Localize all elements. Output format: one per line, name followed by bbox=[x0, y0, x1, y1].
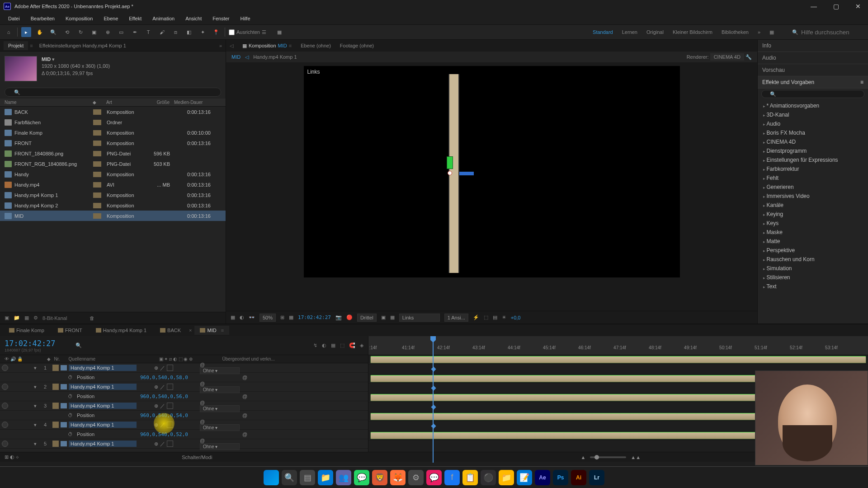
col-header-duration[interactable]: Medien-Dauer bbox=[174, 100, 210, 105]
pen-tool-icon[interactable]: ✒ bbox=[130, 27, 140, 37]
switch-modes-toggle[interactable]: Schalter/Modi bbox=[182, 455, 212, 460]
parent-pickwhip-icon[interactable]: @ Ohne ▾ bbox=[200, 400, 245, 412]
col-header-type[interactable]: Art bbox=[106, 100, 147, 105]
views-dropdown[interactable]: 1 Ansi... bbox=[444, 314, 468, 322]
layer-color-tag[interactable] bbox=[52, 422, 59, 428]
menu-view[interactable]: Ansicht bbox=[181, 14, 206, 23]
shape-tool-icon[interactable]: ▭ bbox=[116, 27, 126, 37]
interpret-footage-icon[interactable]: ▣ bbox=[5, 315, 9, 321]
zoom-tool-icon[interactable]: 🔍 bbox=[48, 27, 58, 37]
mask-icon[interactable]: 👓 bbox=[249, 314, 255, 320]
menu-window[interactable]: Fenster bbox=[208, 14, 234, 23]
color-tag[interactable] bbox=[93, 109, 101, 115]
workspace-original[interactable]: Original bbox=[646, 29, 664, 35]
parent-pickwhip-icon[interactable]: @ Ohne ▾ bbox=[200, 381, 245, 393]
layer-switches[interactable]: ⊕ ／ bbox=[137, 441, 191, 447]
teams-icon[interactable]: 👥 bbox=[336, 470, 351, 485]
keyframe-icon[interactable] bbox=[431, 404, 436, 409]
cti-line[interactable] bbox=[433, 355, 434, 452]
layer-row[interactable]: ▾ 5 Handy.mp4 Komp 1 ⊕ ／ @ Ohne ▾ bbox=[0, 439, 368, 449]
comp-dropdown-icon[interactable]: ▾ bbox=[52, 56, 55, 62]
project-item[interactable]: BACK Komposition 0:00:13:16 bbox=[0, 107, 226, 117]
3d-switch[interactable] bbox=[167, 403, 173, 409]
stopwatch-icon[interactable]: ⏱ bbox=[68, 394, 74, 399]
layer-switches[interactable]: ⊕ ／ bbox=[137, 365, 191, 371]
tl-tab-mid[interactable]: MID≡ bbox=[194, 326, 229, 335]
tab-composition[interactable]: ▦ Komposition MID ≡ bbox=[242, 43, 292, 49]
adjustment-icon[interactable]: ⚙ bbox=[33, 315, 38, 321]
property-row[interactable]: ⏱ Position 960,0,540,0,52,0 @ bbox=[0, 430, 368, 439]
renderer-value[interactable]: CINEMA 4D bbox=[710, 53, 744, 61]
preset-category[interactable]: Generieren bbox=[758, 183, 868, 192]
menu-composition[interactable]: Komposition bbox=[61, 14, 98, 23]
preset-category[interactable]: 3D-Kanal bbox=[758, 110, 868, 119]
new-folder-icon[interactable]: 📁 bbox=[14, 315, 20, 321]
color-tag[interactable] bbox=[93, 130, 101, 136]
help-search-input[interactable] bbox=[801, 29, 864, 36]
layer-color-tag[interactable] bbox=[52, 365, 59, 371]
tl-tab-finale[interactable]: Finale Komp bbox=[4, 326, 50, 335]
workspace-small[interactable]: Kleiner Bildschirm bbox=[673, 29, 712, 35]
project-item[interactable]: Finale Komp Komposition 0:00:10:00 bbox=[0, 127, 226, 138]
menu-effect[interactable]: Effekt bbox=[124, 14, 146, 23]
twirl-icon[interactable]: ▾ bbox=[31, 441, 40, 447]
layer-name[interactable]: Handy.mp4 Komp 1 bbox=[69, 403, 137, 409]
stopwatch-icon[interactable]: ⏱ bbox=[68, 432, 74, 437]
photoshop-icon[interactable]: Ps bbox=[553, 470, 568, 485]
maximize-button[interactable]: ▢ bbox=[830, 2, 843, 11]
explorer-icon[interactable]: 📁 bbox=[318, 470, 333, 485]
zoom-in-icon[interactable]: ▲▲ bbox=[631, 455, 641, 460]
viewer-canvas[interactable]: Links bbox=[226, 62, 757, 311]
panel-info[interactable]: Info bbox=[758, 40, 868, 52]
color-tag[interactable] bbox=[93, 213, 101, 219]
preset-category[interactable]: Rauschen und Korn bbox=[758, 255, 868, 264]
start-button[interactable] bbox=[264, 470, 279, 485]
zoom-dropdown[interactable]: 50% bbox=[259, 314, 276, 322]
col-parent[interactable]: Übergeordnet und verkn... bbox=[222, 357, 275, 361]
puppet-tool-icon[interactable]: 📍 bbox=[211, 27, 221, 37]
color-tag[interactable] bbox=[93, 182, 101, 188]
twirl-icon[interactable]: ▾ bbox=[31, 422, 40, 428]
snapshot-icon[interactable]: 📷 bbox=[335, 314, 342, 320]
workspace-overflow-icon[interactable]: » bbox=[758, 29, 760, 35]
track-row[interactable] bbox=[368, 355, 868, 365]
facebook-icon[interactable]: f bbox=[444, 470, 460, 485]
menu-edit[interactable]: Bearbeiten bbox=[26, 14, 59, 23]
snap-checkbox[interactable] bbox=[229, 29, 235, 35]
renderer-settings-icon[interactable]: 🔧 bbox=[745, 54, 752, 60]
anchor-tool-icon[interactable]: ⊕ bbox=[103, 27, 113, 37]
color-tag[interactable] bbox=[93, 203, 101, 208]
layer-color-tag[interactable] bbox=[52, 384, 59, 390]
app-icon-1[interactable]: ⚙ bbox=[408, 470, 424, 485]
viewer-toggle-icon[interactable]: ◁ bbox=[230, 43, 233, 49]
preset-category[interactable]: Maske bbox=[758, 228, 868, 237]
3d-icon[interactable]: ⬚ bbox=[484, 314, 488, 320]
layer-row[interactable]: ▾ 4 Handy.mp4 Komp 1 ⊕ ／ @ Ohne ▾ bbox=[0, 420, 368, 430]
parent-dropdown[interactable]: Ohne ▾ bbox=[200, 367, 240, 374]
snap-options-icon[interactable]: ☰ bbox=[262, 29, 266, 35]
grid-icon[interactable]: ▦ bbox=[289, 314, 293, 320]
file-explorer-icon[interactable]: 📁 bbox=[499, 470, 514, 485]
app-icon-2[interactable]: 📋 bbox=[462, 470, 478, 485]
tl-graph-icon[interactable]: ▦ bbox=[331, 343, 335, 348]
resolution-dropdown[interactable]: Drittel bbox=[357, 314, 377, 322]
property-value[interactable]: 960,0,540,0,58,0 bbox=[140, 375, 188, 380]
parent-pickwhip-icon[interactable]: @ Ohne ▾ bbox=[200, 419, 245, 431]
mask-mode-icon[interactable]: ▦ bbox=[274, 27, 284, 37]
preset-category[interactable]: Einstellungen für Expressions bbox=[758, 155, 868, 164]
z-axis-handle[interactable] bbox=[459, 172, 474, 175]
parent-dropdown[interactable]: Ohne ▾ bbox=[200, 424, 240, 431]
keyframe-icon[interactable] bbox=[431, 366, 436, 371]
color-tag[interactable] bbox=[93, 141, 101, 146]
preset-category[interactable]: Stilisieren bbox=[758, 273, 868, 282]
panel-preview[interactable]: Vorschau bbox=[758, 64, 868, 76]
layer-row[interactable]: ▾ 2 Handy.mp4 Komp 1 ⊕ ／ @ Ohne ▾ bbox=[0, 382, 368, 392]
parent-dropdown[interactable]: Ohne ▾ bbox=[200, 405, 240, 412]
layer-switches[interactable]: ⊕ ／ bbox=[137, 422, 191, 428]
3d-switch[interactable] bbox=[167, 441, 173, 447]
preset-category[interactable]: Farbkorrektur bbox=[758, 164, 868, 174]
parent-dropdown[interactable]: Ohne ▾ bbox=[200, 443, 240, 450]
tab-project[interactable]: Projekt bbox=[4, 41, 28, 50]
property-value[interactable]: 960,0,540,0,56,0 bbox=[140, 394, 188, 399]
after-effects-icon[interactable]: Ae bbox=[535, 470, 550, 485]
